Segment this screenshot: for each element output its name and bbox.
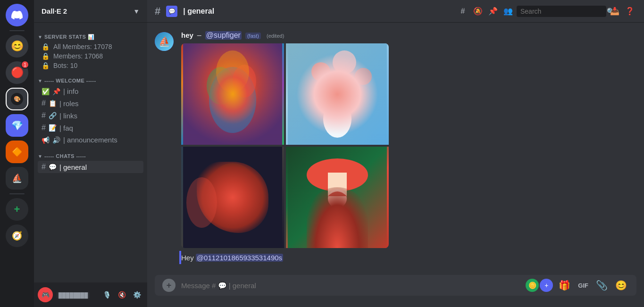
channel-hash-links: #: [42, 111, 46, 120]
svg-point-7: [216, 50, 249, 93]
category-label-chats: ----- CHATS -----: [44, 153, 86, 159]
pinned-messages-button[interactable]: 📌: [486, 5, 500, 18]
server-icon-ubuntu[interactable]: 🔶: [6, 141, 28, 163]
image-cell-3[interactable]: [181, 147, 284, 248]
svg-rect-18: [211, 203, 217, 209]
user-area: 🎮 ████████ 🎙️ 🔇 ⚙️: [34, 282, 147, 307]
stat-members: 🔒 Members: 17068: [38, 51, 143, 61]
emoji-button[interactable]: 😊: [613, 278, 629, 293]
svg-rect-25: [228, 209, 234, 215]
server-header[interactable]: Dall·E 2 ▼: [34, 0, 147, 23]
mute-icon: 🔕: [473, 7, 483, 16]
user-controls: 🎙️ 🔇 ⚙️: [100, 288, 143, 301]
svg-point-14: [327, 85, 348, 106]
svg-point-5: [207, 67, 235, 105]
channel-header-name: | general: [183, 7, 214, 16]
members-icon: 👥: [503, 7, 513, 16]
channel-header: # 💬 | general # 🔕 📌 👥 🔍 📥: [147, 0, 644, 23]
svg-rect-21: [228, 203, 234, 209]
channel-item-faq[interactable]: # 📝 | faq: [38, 122, 143, 134]
gift-button[interactable]: 🎁: [557, 278, 572, 293]
svg-point-13: [323, 100, 351, 138]
image-grid: [181, 43, 389, 248]
gif-button[interactable]: GIF: [576, 280, 590, 291]
user-info: ████████: [57, 290, 96, 299]
server-name: Dall·E 2: [42, 7, 67, 15]
server-icon-smiley[interactable]: 😊: [6, 35, 28, 58]
hash-icon: #: [461, 7, 465, 16]
image-cell-2[interactable]: [286, 43, 389, 145]
channel-icon-roles: 📋: [49, 100, 57, 107]
mute-channel-button[interactable]: 🔕: [471, 5, 485, 18]
svg-point-17: [214, 170, 251, 208]
inbox-icon: 📥: [610, 7, 619, 16]
message-text-input[interactable]: [181, 282, 520, 290]
server-icon-dalle[interactable]: 🎨: [6, 88, 28, 110]
pin-icon: 📌: [488, 7, 498, 16]
stat-label-3: Bots: 10: [53, 62, 77, 69]
add-threads-button[interactable]: #: [456, 5, 469, 18]
svg-point-32: [328, 189, 347, 208]
category-welcome[interactable]: ▼ ----- WELCOME -----: [34, 70, 147, 85]
message-input-box: + 🪙 + 🎁 GIF 📎 😊: [155, 275, 636, 296]
lock-icon: 🔒: [42, 43, 50, 50]
image-cell-1[interactable]: [181, 43, 284, 145]
inbox-button[interactable]: 📥: [608, 5, 621, 18]
category-server-stats[interactable]: ▼ SERVER STATS 📊: [34, 26, 147, 42]
channel-icon-general: 💬: [49, 163, 57, 171]
message-highlight-bar: [179, 251, 181, 264]
nitro-boost-icon[interactable]: +: [540, 279, 553, 292]
settings-button[interactable]: ⚙️: [130, 288, 143, 301]
members-list-button[interactable]: 👥: [502, 5, 515, 18]
user-avatar: 🎮: [38, 287, 53, 302]
help-button[interactable]: ❓: [623, 5, 636, 18]
server-divider-2: [9, 193, 25, 194]
svg-rect-23: [217, 209, 223, 215]
mute-button[interactable]: 🎙️: [100, 288, 113, 301]
server-divider: [9, 30, 25, 31]
server-icon-space[interactable]: ⛵: [6, 167, 28, 190]
category-arrow-stats: ▼: [38, 34, 42, 40]
channel-item-links[interactable]: # 🔗 | links: [38, 109, 143, 122]
stat-label: All Members: 17078: [53, 43, 112, 50]
channel-icon-announce: 📢: [42, 136, 50, 144]
server-icon-discord-home[interactable]: [6, 4, 28, 26]
stat-bots: 🔒 Bots: 10: [38, 61, 143, 70]
channel-hash-roles: #: [42, 99, 46, 108]
channel-icon-links: 🔗: [49, 112, 57, 119]
help-icon: ❓: [625, 7, 635, 16]
channel-hash-general: #: [42, 163, 46, 171]
svg-point-11: [355, 68, 372, 85]
server-icon-discover[interactable]: 🧭: [6, 224, 28, 247]
image-cell-4[interactable]: [286, 147, 389, 248]
channel-list: ▼ SERVER STATS 📊 🔒 All Members: 17078 🔒 …: [34, 23, 147, 282]
upload-file-button[interactable]: 📎: [594, 278, 610, 293]
server-icon-gem[interactable]: 💎: [6, 114, 28, 137]
channel-icon-faq: 📝: [49, 124, 57, 132]
channel-item-roles[interactable]: # 📋 | roles: [38, 97, 143, 109]
message-mention[interactable]: @supfiger: [205, 31, 242, 40]
channel-search-input[interactable]: [520, 8, 603, 15]
svg-rect-19: [217, 203, 223, 209]
nitro-coin-icon[interactable]: 🪙: [526, 279, 539, 292]
deafen-button[interactable]: 🔇: [115, 288, 128, 301]
svg-point-9: [311, 62, 330, 81]
server-icon-red[interactable]: 🔴 1: [6, 61, 28, 84]
category-chats[interactable]: ▼ ----- CHATS -----: [34, 146, 147, 161]
channel-sidebar: Dall·E 2 ▼ ▼ SERVER STATS 📊 🔒 All Member…: [34, 0, 147, 307]
stat-all-members: 🔒 All Members: 17078: [38, 42, 143, 51]
channel-item-info[interactable]: ✅ 📌 | info: [38, 85, 143, 97]
svg-rect-15: [183, 147, 282, 248]
message-avatar: ⛵: [155, 32, 174, 51]
message-edited-label: (edited): [267, 33, 284, 39]
nitro-coins: 🪙 +: [526, 279, 553, 292]
channel-item-announcements[interactable]: 📢 🔊 | announcements: [38, 134, 143, 146]
server-icon-add[interactable]: +: [6, 198, 28, 221]
add-attachment-button[interactable]: +: [162, 279, 176, 292]
message-group: ⛵ hey – @supfiger (fast) (edited): [147, 30, 644, 249]
category-label-welcome: ----- WELCOME -----: [44, 78, 96, 83]
channel-item-general[interactable]: # 💬 | general: [38, 161, 143, 173]
channel-name-links: | links: [59, 112, 77, 120]
user-name: ████████: [57, 292, 90, 299]
channel-search-bar[interactable]: 🔍: [517, 6, 606, 17]
